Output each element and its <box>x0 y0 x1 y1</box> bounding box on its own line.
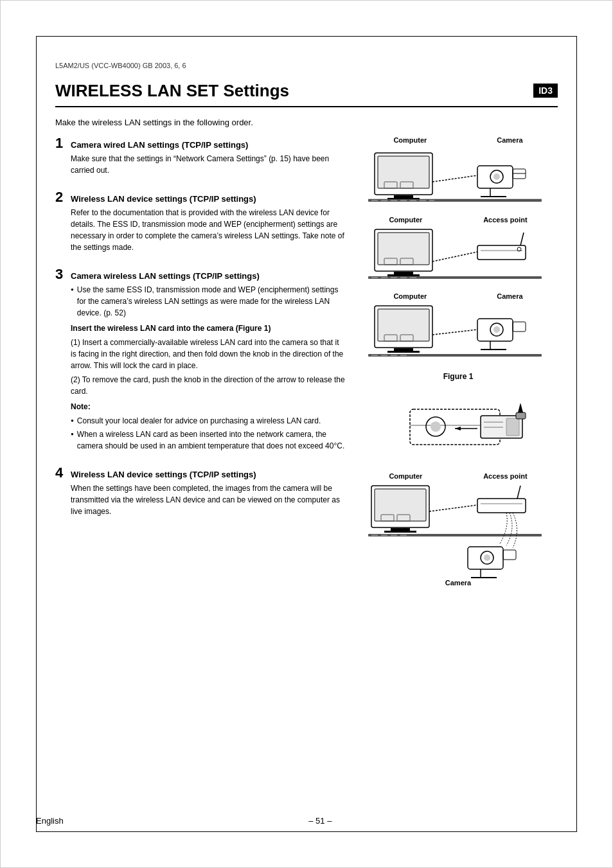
step-1-body: Make sure that the settings in “Network … <box>71 153 346 176</box>
two-col-layout: 1 Camera wired LAN settings (TCP/IP sett… <box>55 136 558 598</box>
page-wrapper: L5AM2/US (VCC-WB4000) GB 2003, 6, 6 WIRE… <box>0 0 613 868</box>
svg-point-69 <box>431 421 441 432</box>
step-3-item-1: (1) Insert a commercially-available wire… <box>71 337 346 371</box>
svg-point-9 <box>493 173 500 180</box>
step-4-title: Wireless LAN device settings (TCP/IP set… <box>71 470 256 479</box>
svg-rect-71 <box>375 489 426 521</box>
diagram-4: Computer Access point <box>359 472 558 587</box>
svg-rect-57 <box>400 355 407 356</box>
step-3-header: 3 Camera wireless LAN settings (TCP/IP s… <box>55 267 346 281</box>
svg-rect-73 <box>384 531 416 533</box>
svg-rect-26 <box>387 274 420 276</box>
left-col: 1 Camera wired LAN settings (TCP/IP sett… <box>55 136 346 598</box>
diagram-4-svg <box>368 483 548 585</box>
figure-1-svg <box>378 384 538 461</box>
step-3-note-2: When a wireless LAN card as been inserte… <box>71 429 346 452</box>
diagram-2-label-computer: Computer <box>389 216 422 224</box>
diagram-1-label-computer: Computer <box>393 136 427 144</box>
svg-rect-24 <box>378 233 429 265</box>
step-1: 1 Camera wired LAN settings (TCP/IP sett… <box>55 136 346 176</box>
step-1-header: 1 Camera wired LAN settings (TCP/IP sett… <box>55 136 346 150</box>
svg-line-78 <box>517 486 520 499</box>
svg-rect-35 <box>371 277 378 278</box>
svg-rect-17 <box>381 200 387 201</box>
footer: English – 51 – <box>36 816 577 826</box>
svg-rect-55 <box>381 355 387 356</box>
figure-1-label: Figure 1 <box>359 372 558 381</box>
svg-line-79 <box>429 505 477 511</box>
id-badge: ID3 <box>533 84 558 98</box>
right-col: Computer Camera <box>359 136 558 598</box>
svg-rect-19 <box>400 200 407 201</box>
diagram-2-label-ap: Access point <box>483 216 527 224</box>
step-3-item-2: (2) To remove the card, push the knob in… <box>71 374 346 397</box>
svg-rect-16 <box>371 200 378 201</box>
step-2-header: 2 Wireless LAN device settings (TCP/IP s… <box>55 190 346 204</box>
svg-rect-84 <box>400 535 407 536</box>
svg-rect-60 <box>506 418 519 436</box>
diagram-3-labels: Computer Camera <box>359 292 558 300</box>
svg-rect-54 <box>371 355 378 356</box>
svg-rect-88 <box>503 550 516 560</box>
svg-line-46 <box>432 330 477 335</box>
meta-line: L5AM2/US (VCC-WB4000) GB 2003, 6, 6 <box>55 62 558 69</box>
step-2-body: Refer to the documentation that is provi… <box>71 207 346 253</box>
diagram-3: Computer Camera <box>359 292 558 360</box>
step-4-number: 4 <box>55 466 67 480</box>
svg-rect-18 <box>391 200 397 201</box>
svg-rect-82 <box>381 535 387 536</box>
step-4-header: 4 Wireless LAN device settings (TCP/IP s… <box>55 466 346 480</box>
step-3-bullet-1: Use the same ESS ID, transmission mode a… <box>71 284 346 319</box>
intro-text: Make the wireless LAN settings in the fo… <box>55 118 558 127</box>
svg-rect-39 <box>410 277 416 278</box>
figure-1-diagram <box>359 384 558 461</box>
svg-rect-1 <box>378 156 429 188</box>
footer-center: – 51 – <box>64 816 577 826</box>
step-2-number: 2 <box>55 190 67 204</box>
svg-rect-50 <box>513 322 526 332</box>
diagram-1-svg <box>368 146 548 204</box>
svg-line-32 <box>520 233 524 245</box>
step-3-body: Use the same ESS ID, transmission mode a… <box>71 284 346 452</box>
step-1-title: Camera wired LAN settings (TCP/IP settin… <box>71 140 248 150</box>
diagram-2-labels: Computer Access point <box>359 216 558 224</box>
step-3-number: 3 <box>55 267 67 281</box>
step-3-notes: Consult your local dealer for advice on … <box>71 415 346 452</box>
svg-rect-56 <box>391 355 397 356</box>
svg-marker-64 <box>518 403 523 412</box>
svg-rect-41 <box>378 309 429 341</box>
svg-rect-38 <box>400 277 407 278</box>
diagram-4-label-ap: Access point <box>483 472 527 480</box>
footer-left: English <box>36 816 64 826</box>
svg-rect-83 <box>391 535 397 536</box>
svg-rect-36 <box>381 277 387 278</box>
svg-rect-43 <box>387 351 420 353</box>
diagram-2: Computer Access point <box>359 216 558 281</box>
step-4: 4 Wireless LAN device settings (TCP/IP s… <box>55 466 346 517</box>
svg-rect-22 <box>429 200 434 201</box>
diagram-3-svg <box>368 303 548 360</box>
diagram-4-label-camera: Camera <box>445 579 471 587</box>
svg-rect-63 <box>516 412 526 419</box>
diagram-1-labels: Computer Camera <box>359 136 558 144</box>
content-area: L5AM2/US (VCC-WB4000) GB 2003, 6, 6 WIRE… <box>36 36 577 832</box>
svg-rect-21 <box>420 200 426 201</box>
diagram-1-label-camera: Camera <box>497 136 522 144</box>
svg-point-49 <box>493 326 500 333</box>
step-3-note-1: Consult your local dealer for advice on … <box>71 415 346 427</box>
svg-line-6 <box>432 175 477 182</box>
title-row: WIRELESS LAN SET Settings ID3 <box>55 81 558 107</box>
svg-rect-81 <box>371 535 378 536</box>
step-4-body: When the settings have been completed, t… <box>71 483 346 517</box>
step-2: 2 Wireless LAN device settings (TCP/IP s… <box>55 190 346 253</box>
step-2-title: Wireless LAN device settings (TCP/IP set… <box>71 194 256 204</box>
svg-rect-20 <box>410 200 416 201</box>
diagram-4-label-computer: Computer <box>389 472 422 480</box>
step-3-note-label: Note: <box>71 401 346 412</box>
diagram-3-label-computer: Computer <box>393 292 427 300</box>
diagram-2-svg <box>368 226 548 281</box>
diagram-1: Computer Camera <box>359 136 558 204</box>
diagram-3-label-camera: Camera <box>497 292 522 300</box>
diagram-4-labels-top: Computer Access point <box>359 472 558 480</box>
step-1-number: 1 <box>55 136 67 150</box>
